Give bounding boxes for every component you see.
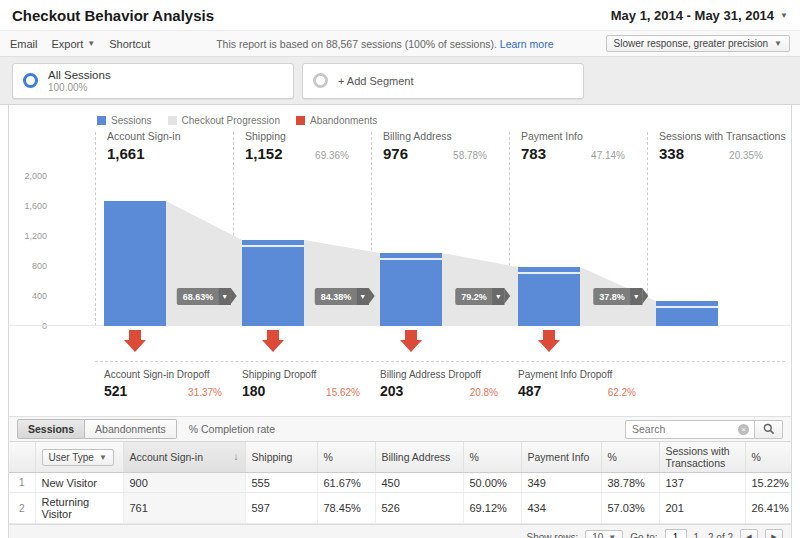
abandonment-arrow-icon bbox=[405, 330, 417, 340]
completion-rate-label: % Completion rate bbox=[189, 423, 275, 435]
dropoff-account-signin: Account Sign-in Dropoff 52131.37% bbox=[104, 369, 222, 399]
abandonment-arrow-icon bbox=[543, 330, 555, 340]
search-button[interactable] bbox=[755, 420, 783, 439]
dropoff-shipping: Shipping Dropoff 18015.62% bbox=[242, 369, 360, 399]
table-header-row: User Type▼ Account Sign-in↓ Shipping % B… bbox=[9, 442, 791, 473]
cell-shipping: 555 bbox=[245, 473, 317, 493]
page-title: Checkout Behavior Analysis bbox=[12, 7, 214, 24]
next-page-button[interactable]: ▶ bbox=[765, 529, 783, 538]
funnel-bar-2 bbox=[380, 253, 442, 326]
col-header-payment-pct[interactable]: % bbox=[601, 442, 659, 473]
cell-transactions: 137 bbox=[659, 473, 745, 493]
stage-count: 338 bbox=[659, 145, 684, 162]
dropoff-payment: Payment Info Dropoff 48762.2% bbox=[518, 369, 636, 399]
col-header-account-signin[interactable]: Account Sign-in↓ bbox=[123, 442, 245, 473]
funnel-section: Sessions Checkout Progression Abandonmen… bbox=[9, 105, 791, 416]
cell-account-signin: 900 bbox=[123, 473, 245, 493]
date-range-selector[interactable]: May 1, 2014 - May 31, 2014 ▼ bbox=[611, 8, 788, 23]
user-type-table: User Type▼ Account Sign-in↓ Shipping % B… bbox=[9, 442, 791, 524]
cell-user-type: New Visitor bbox=[35, 473, 123, 493]
progression-area bbox=[166, 201, 242, 326]
magnifier-icon bbox=[763, 423, 775, 435]
user-type-dropdown[interactable]: User Type▼ bbox=[42, 449, 114, 466]
report-note: This report is based on 88,567 sessions … bbox=[164, 38, 605, 50]
segment-ring-icon bbox=[313, 73, 328, 88]
table-controls: Sessions Abandonments % Completion rate … bbox=[9, 416, 791, 442]
segment-ring-icon bbox=[23, 73, 38, 88]
dropoff-billing: Billing Address Dropoff 20320.8% bbox=[380, 369, 498, 399]
cell-payment: 434 bbox=[521, 493, 601, 524]
col-header-shipping[interactable]: Shipping bbox=[245, 442, 317, 473]
stage-count: 1,152 bbox=[245, 145, 283, 162]
cell-billing: 526 bbox=[375, 493, 463, 524]
cell-billing: 450 bbox=[375, 473, 463, 493]
export-button[interactable]: Export▼ bbox=[52, 38, 96, 50]
shortcut-button[interactable]: Shortcut bbox=[109, 38, 150, 50]
cell-user-type: Returning Visitor bbox=[35, 493, 123, 524]
progression-swatch-icon bbox=[168, 116, 177, 125]
col-header-shipping-pct[interactable]: % bbox=[317, 442, 375, 473]
funnel-plot bbox=[9, 176, 791, 326]
sessions-swatch-icon bbox=[97, 116, 106, 125]
legend-sessions: Sessions bbox=[97, 115, 152, 126]
col-header-user-type: User Type▼ bbox=[35, 442, 123, 473]
cell-shipping-pct: 61.67% bbox=[317, 473, 375, 493]
transition-rate-badge: 84.38%▼ bbox=[315, 288, 369, 305]
bar-stripe bbox=[656, 306, 718, 308]
cell-shipping: 597 bbox=[245, 493, 317, 524]
col-header-transactions[interactable]: Sessions with Transactions bbox=[659, 442, 745, 473]
stage-header-billing: Billing Address 97658.78% bbox=[383, 130, 487, 162]
dropoff-divider bbox=[95, 361, 785, 362]
abandonment-arrow-icon bbox=[267, 330, 279, 340]
chart-legend: Sessions Checkout Progression Abandonmen… bbox=[97, 115, 791, 126]
caret-down-icon: ▼ bbox=[218, 288, 231, 305]
caret-down-icon: ▼ bbox=[774, 39, 782, 48]
email-button[interactable]: Email bbox=[10, 38, 38, 50]
legend-progression: Checkout Progression bbox=[168, 115, 280, 126]
search-input[interactable] bbox=[625, 420, 755, 439]
cell-payment-pct: 57.03% bbox=[601, 493, 659, 524]
row-number: 2 bbox=[9, 493, 35, 524]
row-range: 1 - 2 of 2 bbox=[694, 532, 733, 538]
col-header-billing[interactable]: Billing Address bbox=[375, 442, 463, 473]
stage-count: 783 bbox=[521, 145, 546, 162]
cell-account-signin: 761 bbox=[123, 493, 245, 524]
funnel-bar-4 bbox=[656, 301, 718, 326]
dropoff-percent: 31.37% bbox=[188, 387, 222, 398]
report-panel: Sessions Checkout Progression Abandonmen… bbox=[8, 105, 792, 538]
stage-percent: 47.14% bbox=[591, 150, 625, 161]
clear-search-icon[interactable]: × bbox=[738, 424, 749, 435]
caret-down-icon: ▼ bbox=[630, 288, 643, 305]
stage-header-transactions: Sessions with Transactions 33820.35% bbox=[659, 130, 763, 162]
col-header-billing-pct[interactable]: % bbox=[463, 442, 521, 473]
progression-area bbox=[304, 240, 380, 326]
title-bar: Checkout Behavior Analysis May 1, 2014 -… bbox=[0, 0, 800, 30]
precision-dropdown[interactable]: Slower response, greater precision ▼ bbox=[606, 35, 790, 52]
learn-more-link[interactable]: Learn more bbox=[500, 38, 554, 50]
cell-transactions-pct: 15.22% bbox=[745, 473, 791, 493]
table-footer: Show rows: 10▼ Go to: 1 - 2 of 2 ◀ ▶ bbox=[9, 524, 791, 538]
abandonment-arrow-icon bbox=[129, 330, 141, 340]
add-segment-button[interactable]: + Add Segment bbox=[302, 63, 584, 99]
col-header-payment[interactable]: Payment Info bbox=[521, 442, 601, 473]
date-range-text: May 1, 2014 - May 31, 2014 bbox=[611, 8, 774, 23]
show-rows-select[interactable]: 10▼ bbox=[585, 530, 623, 538]
goto-page-input[interactable] bbox=[665, 529, 687, 538]
cell-billing-pct: 69.12% bbox=[463, 493, 521, 524]
table-row: 2 Returning Visitor 761 597 78.45% 526 6… bbox=[9, 493, 791, 524]
caret-down-icon: ▼ bbox=[87, 39, 95, 48]
segment-all-sessions[interactable]: All Sessions 100.00% bbox=[12, 63, 294, 99]
caret-down-icon: ▼ bbox=[356, 288, 369, 305]
tab-sessions[interactable]: Sessions bbox=[17, 419, 85, 439]
funnel-chart: 2,000 1,600 1,200 800 400 0 Account Sign… bbox=[9, 130, 791, 412]
bar-stripe bbox=[242, 245, 304, 247]
dropoff-percent: 15.62% bbox=[326, 387, 360, 398]
col-header-transactions-pct[interactable]: % bbox=[745, 442, 791, 473]
tab-abandonments[interactable]: Abandonments bbox=[85, 419, 177, 439]
stage-header-payment: Payment Info 78347.14% bbox=[521, 130, 625, 162]
prev-page-button[interactable]: ◀ bbox=[740, 529, 758, 538]
sort-desc-icon: ↓ bbox=[234, 451, 239, 462]
funnel-bar-0 bbox=[104, 201, 166, 326]
legend-abandonments: Abandonments bbox=[296, 115, 377, 126]
transition-rate-badge: 79.2%▼ bbox=[455, 288, 504, 305]
